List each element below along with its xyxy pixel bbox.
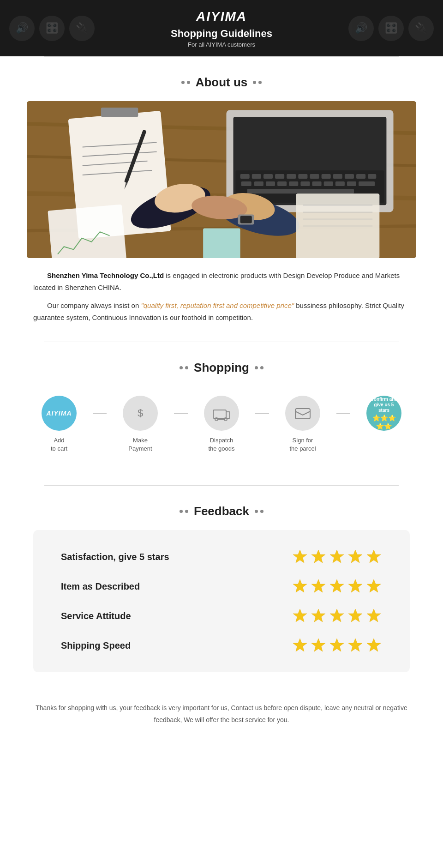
svg-marker-65 — [367, 550, 381, 563]
svg-rect-26 — [312, 181, 321, 186]
svg-marker-61 — [293, 550, 307, 563]
about-text-block: Shenzhen Yima Technology Co.,Ltd is enga… — [33, 270, 410, 323]
svg-rect-28 — [335, 181, 344, 186]
svg-rect-8 — [240, 174, 249, 179]
svg-rect-23 — [277, 181, 287, 186]
svg-rect-20 — [241, 181, 251, 186]
step-label-3: Dispatch the goods — [208, 436, 234, 453]
svg-rect-12 — [287, 174, 296, 179]
brand-logo: AIYIMA — [0, 9, 443, 24]
step-icon-sign — [285, 396, 320, 431]
svg-rect-9 — [251, 174, 261, 179]
feedback-label-described: Item as Described — [61, 581, 140, 592]
svg-marker-73 — [330, 609, 344, 622]
svg-rect-15 — [321, 174, 330, 179]
svg-marker-78 — [330, 639, 344, 651]
svg-rect-11 — [275, 174, 284, 179]
step-label-2: Make Payment — [128, 436, 152, 453]
svg-rect-21 — [254, 181, 263, 186]
step-payment: $ Make Payment — [100, 396, 181, 453]
svg-rect-22 — [266, 181, 275, 186]
svg-point-58 — [224, 418, 227, 421]
svg-marker-79 — [348, 639, 362, 651]
svg-rect-25 — [300, 181, 310, 186]
svg-rect-27 — [323, 181, 333, 186]
svg-marker-72 — [311, 609, 325, 622]
svg-marker-80 — [367, 639, 381, 651]
shopping-divider — [44, 342, 399, 342]
feedback-stars-satisfaction — [292, 549, 382, 565]
about-divider — [44, 56, 399, 57]
shopping-section-header: Shopping — [0, 361, 443, 375]
svg-rect-60 — [295, 409, 310, 419]
feedback-section: Feedback Satisfaction, give 5 stars Item… — [0, 481, 443, 691]
step-icon-confirm: Confirm andgive us 5 stars ⭐⭐⭐ ⭐⭐ — [366, 396, 401, 431]
shopping-steps: AIYIMA Add to cart $ Make Payment — [0, 386, 443, 462]
step-label-1: Add to cart — [51, 436, 67, 453]
step-aiyima: AIYIMA Add to cart — [18, 396, 100, 453]
feedback-row-service: Service Attitude — [61, 608, 382, 624]
svg-marker-62 — [311, 550, 325, 563]
feedback-title: Feedback — [194, 504, 249, 518]
svg-rect-29 — [347, 181, 356, 186]
svg-rect-53 — [240, 216, 251, 223]
svg-marker-66 — [293, 579, 307, 592]
svg-marker-71 — [293, 609, 307, 622]
svg-rect-45 — [203, 229, 240, 258]
about-dots-right — [253, 81, 262, 84]
svg-marker-68 — [330, 579, 344, 592]
feedback-dots-right — [255, 510, 263, 513]
step-icon-payment: $ — [123, 396, 158, 431]
feedback-stars-service — [292, 608, 382, 624]
svg-rect-13 — [298, 174, 307, 179]
dot-4 — [258, 81, 262, 84]
feedback-label-shipping: Shipping Speed — [61, 640, 131, 651]
svg-rect-31 — [247, 189, 353, 193]
about-title: About us — [196, 75, 248, 90]
feedback-stars-described — [292, 578, 382, 595]
footer-text: Thanks for shopping with us, your feedba… — [0, 691, 443, 744]
dot-1 — [181, 81, 185, 84]
about-paragraph2-prefix: Our company always insist on — [47, 301, 141, 309]
svg-marker-77 — [311, 639, 325, 651]
about-highlight: "quality first, reputation first and com… — [141, 301, 294, 309]
svg-rect-55 — [213, 410, 226, 418]
svg-marker-76 — [293, 639, 307, 651]
feedback-row-shipping: Shipping Speed — [61, 637, 382, 654]
svg-rect-14 — [310, 174, 319, 179]
step-icon-dispatch — [204, 396, 239, 431]
svg-rect-30 — [359, 181, 375, 186]
feedback-section-header: Feedback — [0, 504, 443, 518]
svg-rect-51 — [48, 205, 126, 258]
svg-marker-64 — [348, 550, 362, 563]
step-confirm: Confirm andgive us 5 stars ⭐⭐⭐ ⭐⭐ — [343, 396, 425, 436]
shopping-dots-left — [180, 366, 188, 369]
feedback-label-service: Service Attitude — [61, 611, 131, 621]
shopping-title: Shopping — [194, 361, 249, 375]
about-dots-left — [181, 81, 190, 84]
about-image — [27, 101, 417, 258]
header-subtitle: For all AIYIMA customers — [0, 41, 443, 48]
step-label-4: Sign for the parcel — [289, 436, 316, 453]
feedback-row-satisfaction: Satisfaction, give 5 stars — [61, 549, 382, 565]
step-dispatch: Dispatch the goods — [181, 396, 262, 453]
step-sign: Sign for the parcel — [262, 396, 343, 453]
about-section-header: About us — [0, 75, 443, 90]
svg-point-57 — [215, 418, 218, 421]
feedback-row-described: Item as Described — [61, 578, 382, 595]
svg-rect-17 — [345, 174, 354, 179]
svg-rect-24 — [289, 181, 298, 186]
company-name: Shenzhen Yima Technology Co.,Ltd — [47, 271, 164, 279]
svg-marker-63 — [330, 550, 344, 563]
feedback-card: Satisfaction, give 5 stars Item as Descr… — [33, 530, 410, 672]
feedback-stars-shipping — [292, 637, 382, 654]
feedback-divider — [44, 485, 399, 486]
svg-rect-19 — [368, 174, 376, 179]
shopping-dots-right — [255, 366, 263, 369]
header: 🔊 🎛️ 🔌 🔊 🎛️ 🔌 AIYIMA Shopping Guidelines… — [0, 0, 443, 56]
svg-marker-74 — [348, 609, 362, 622]
shopping-section: Shopping AIYIMA Add to cart $ Make Payme… — [0, 337, 443, 481]
svg-marker-70 — [367, 579, 381, 592]
svg-rect-16 — [333, 174, 342, 179]
dot-3 — [253, 81, 256, 84]
